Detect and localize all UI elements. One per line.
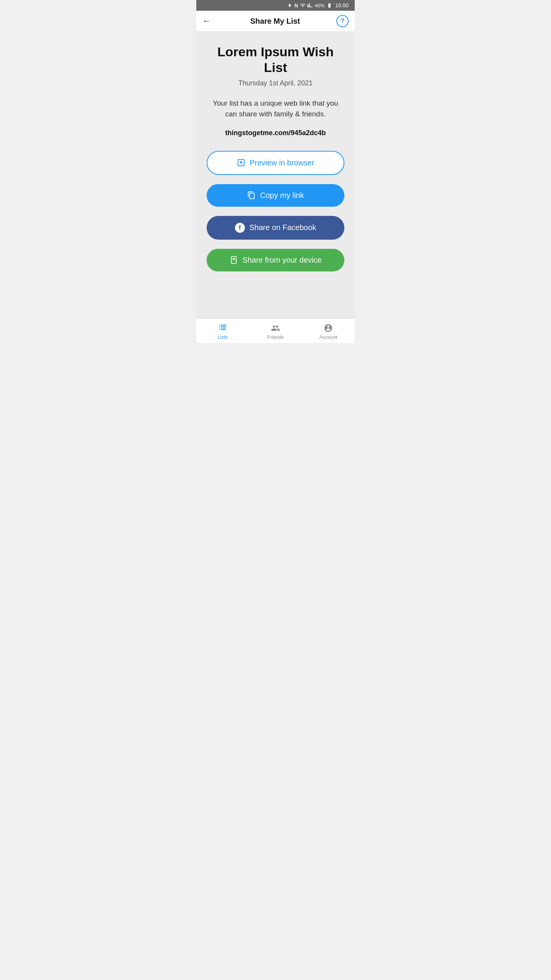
- list-date: Thursday 1st April, 2021: [238, 79, 313, 87]
- toolbar: ← Share My List ?: [196, 11, 355, 32]
- preview-browser-label: Preview in browser: [250, 158, 315, 167]
- help-icon: ?: [341, 17, 344, 25]
- account-icon: [324, 323, 333, 333]
- share-facebook-label: Share on Facebook: [249, 223, 316, 232]
- main-content: Lorem Ipsum Wish List Thursday 1st April…: [196, 32, 355, 318]
- friends-icon: [271, 323, 280, 333]
- wifi-icon: [300, 3, 305, 8]
- nav-item-account[interactable]: Account: [302, 322, 355, 341]
- status-time: 16:00: [335, 2, 349, 8]
- nav-lists-label: Lists: [218, 334, 228, 340]
- copy-icon: [247, 191, 256, 199]
- status-icons: N 46% 16:00: [287, 2, 349, 8]
- nav-account-label: Account: [320, 334, 337, 340]
- signal-icon: [307, 3, 313, 8]
- nav-item-friends[interactable]: Friends: [249, 322, 302, 341]
- facebook-icon: f: [235, 223, 245, 233]
- nav-item-lists[interactable]: Lists: [196, 322, 249, 341]
- back-button[interactable]: ←: [202, 16, 211, 26]
- bluetooth-icon: [287, 3, 293, 8]
- status-bar: N 46% 16:00: [196, 0, 355, 11]
- page-title: Share My List: [215, 17, 335, 26]
- share-facebook-button[interactable]: f Share on Facebook: [207, 216, 344, 240]
- preview-browser-button[interactable]: Preview in browser: [207, 151, 344, 175]
- bottom-nav: Lists Friends Account: [196, 318, 355, 343]
- help-button[interactable]: ?: [336, 15, 349, 27]
- battery-percent: 46%: [315, 3, 324, 8]
- share-device-button[interactable]: Share from your device: [207, 249, 344, 271]
- device-share-icon: [230, 256, 238, 264]
- nav-friends-label: Friends: [267, 334, 284, 340]
- list-description: Your list has a unique web link that you…: [210, 98, 341, 120]
- copy-link-label: Copy my link: [260, 191, 304, 200]
- copy-link-button[interactable]: Copy my link: [207, 184, 344, 207]
- list-url: thingstogetme.com/945a2dc4b: [225, 129, 326, 137]
- share-device-label: Share from your device: [243, 256, 322, 265]
- nfc-icon: N: [295, 3, 298, 8]
- lists-icon: [218, 323, 227, 333]
- back-arrow-icon: ←: [202, 16, 211, 26]
- list-title: Lorem Ipsum Wish List: [205, 44, 346, 75]
- battery-icon: [326, 3, 333, 8]
- preview-icon: [237, 158, 245, 167]
